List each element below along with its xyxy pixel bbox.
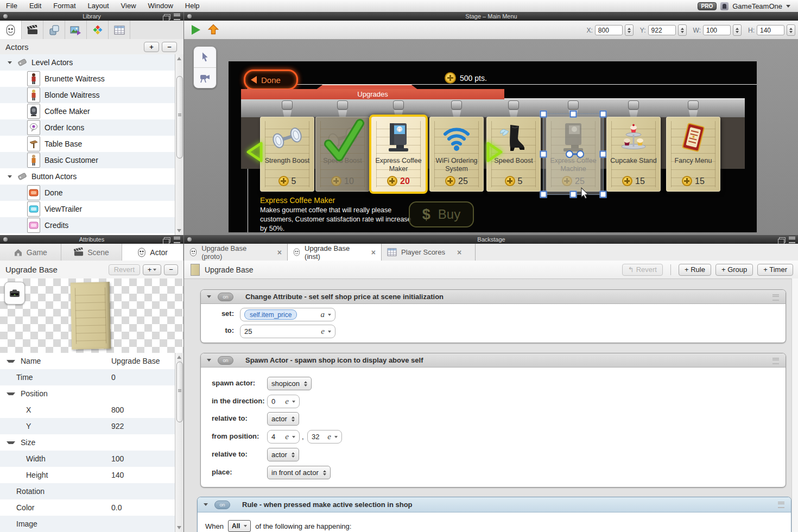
disclosure-icon[interactable] (7, 392, 15, 395)
w-stepper[interactable] (733, 24, 742, 36)
attr-row-x[interactable]: X 800 (0, 402, 183, 418)
actor-group-level-actors[interactable]: Level Actors (0, 54, 183, 71)
expression-editor-icon[interactable]: e (285, 432, 289, 441)
attr-revert-button[interactable]: Revert (109, 264, 140, 275)
expression-editor-icon[interactable]: e (327, 432, 331, 441)
expand-icon[interactable] (328, 331, 331, 333)
expand-icon[interactable] (328, 314, 331, 316)
to-value-field[interactable]: 25 e (240, 325, 335, 338)
shop-card-fancy-menu[interactable]: Fancy Menu 15 (666, 117, 720, 192)
actor-item-table-base[interactable]: Table Base (0, 136, 183, 152)
add-group-button[interactable]: + Group (715, 264, 753, 276)
panel-menu-icon[interactable] (174, 237, 180, 243)
attr-row-size[interactable]: Size (0, 434, 183, 451)
place-dropdown[interactable]: in front of actor (267, 466, 331, 479)
publish-button[interactable] (208, 24, 219, 35)
tab-scenes[interactable] (22, 21, 43, 39)
rotation-handle[interactable] (566, 150, 573, 158)
menu-view[interactable]: View (115, 0, 142, 12)
y-input[interactable]: 922 (648, 25, 676, 35)
selection-handle[interactable] (570, 191, 577, 198)
detach-window-icon[interactable] (779, 237, 786, 243)
scroll-thumb[interactable] (176, 362, 183, 422)
add-actor-button[interactable]: + (144, 42, 159, 52)
disclosure-icon[interactable] (207, 359, 211, 362)
expand-icon[interactable] (292, 436, 295, 438)
tab-behaviors[interactable] (87, 21, 109, 39)
window-dot-icon[interactable] (187, 14, 192, 18)
expand-icon[interactable] (334, 436, 338, 438)
tab-actors[interactable] (0, 21, 22, 39)
add-rule-button[interactable]: + Rule (679, 264, 711, 276)
behavior-on-toggle[interactable]: on (218, 356, 233, 365)
set-attribute-field[interactable]: self.item_price a (240, 308, 335, 321)
disclosure-icon[interactable] (204, 503, 208, 506)
position-y-field[interactable]: 32 e (307, 430, 342, 444)
behavior-on-toggle[interactable]: on (214, 501, 230, 509)
actor-group-button-actors[interactable]: Button Actors (0, 168, 183, 185)
selection-handle[interactable] (600, 111, 607, 118)
drag-handle-icon[interactable] (778, 502, 784, 508)
behavior-on-toggle[interactable]: on (218, 293, 233, 301)
behavior-header[interactable]: on Change Attribute - set self shop pric… (201, 290, 786, 304)
attribute-pill[interactable]: self.item_price (244, 309, 297, 320)
scroll-up-icon[interactable] (177, 57, 181, 60)
play-button[interactable] (192, 25, 200, 35)
attr-row-width[interactable]: Width 100 (0, 451, 183, 467)
close-tab-icon[interactable]: × (277, 248, 282, 257)
tab-game[interactable]: Game (0, 244, 61, 261)
actor-item-basic-customer[interactable]: Basic Customer (0, 152, 183, 168)
attr-remove-button[interactable]: − (164, 264, 178, 275)
add-timer-button[interactable]: + Timer (757, 264, 793, 276)
attribute-browser-icon[interactable]: a (321, 310, 325, 319)
selection-handle[interactable] (600, 151, 607, 158)
account-name[interactable]: GameTeamOne (732, 2, 782, 10)
shop-card-strength-boost[interactable]: Strength Boost 5 (260, 117, 314, 192)
to-value[interactable]: 25 (244, 327, 252, 335)
shop-card-speed-boost-owned[interactable]: Speed Boost 10 (315, 117, 370, 192)
tab-scene[interactable]: Scene (61, 244, 123, 261)
attr-row-time[interactable]: Time 0 (0, 369, 183, 385)
tab-upgrade-base-inst[interactable]: Upgrade Base (inst) × (288, 244, 382, 261)
preview-image-button[interactable] (4, 282, 25, 305)
window-dot-icon[interactable] (187, 237, 192, 242)
tab-player-scores[interactable]: Player Scores × (382, 244, 476, 261)
disclosure-icon[interactable] (7, 441, 15, 444)
selection-handle[interactable] (570, 111, 577, 118)
detach-window-icon[interactable] (164, 14, 170, 20)
close-tab-icon[interactable]: × (371, 248, 376, 257)
remove-actor-button[interactable]: − (162, 42, 177, 52)
tab-prototypes[interactable] (43, 21, 65, 39)
game-canvas[interactable]: Done 500 pts. Upgrades (229, 61, 757, 232)
actor-item-brunette-waitress[interactable]: Brunette Waitress (0, 71, 183, 87)
direction-field[interactable]: 0 e (267, 395, 300, 408)
disclosure-icon[interactable] (8, 61, 12, 64)
behavior-change-attribute[interactable]: on Change Attribute - set self shop pric… (200, 289, 786, 343)
attr-row-image[interactable]: Image (0, 516, 183, 532)
tab-upgrade-base-proto[interactable]: Upgrade Base (proto) × (184, 244, 288, 261)
camera-tool-button[interactable] (194, 68, 216, 88)
actor-item-coffee-maker[interactable]: Coffee Maker (0, 103, 183, 119)
account-caret-icon[interactable] (786, 5, 790, 8)
disclosure-icon[interactable] (7, 360, 15, 363)
menu-help[interactable]: Help (179, 0, 206, 12)
library-scrollbar[interactable] (175, 54, 183, 235)
x-input[interactable]: 800 (595, 25, 623, 35)
backstage-scrollbar[interactable] (791, 278, 798, 532)
behavior-spawn-actor[interactable]: on Spawn Actor - spawn shop icon to disp… (200, 353, 786, 487)
disclosure-icon[interactable] (8, 175, 12, 178)
scroll-thumb[interactable] (176, 76, 183, 159)
attr-row-y[interactable]: Y 922 (0, 418, 183, 434)
tab-tables[interactable] (109, 21, 130, 39)
actor-item-credits[interactable]: Credits (0, 217, 183, 233)
menu-file[interactable]: File (0, 0, 23, 12)
h-input[interactable]: 140 (757, 25, 784, 35)
attr-row-position[interactable]: Position (0, 385, 183, 402)
detach-window-icon[interactable] (164, 237, 170, 243)
panel-menu-icon[interactable] (789, 237, 795, 243)
relative-to-dropdown[interactable]: actor (267, 448, 299, 461)
disclosure-icon[interactable] (207, 295, 211, 298)
select-tool-button[interactable] (194, 47, 216, 68)
selection-handle[interactable] (540, 151, 547, 158)
drag-handle-icon[interactable] (772, 358, 779, 364)
